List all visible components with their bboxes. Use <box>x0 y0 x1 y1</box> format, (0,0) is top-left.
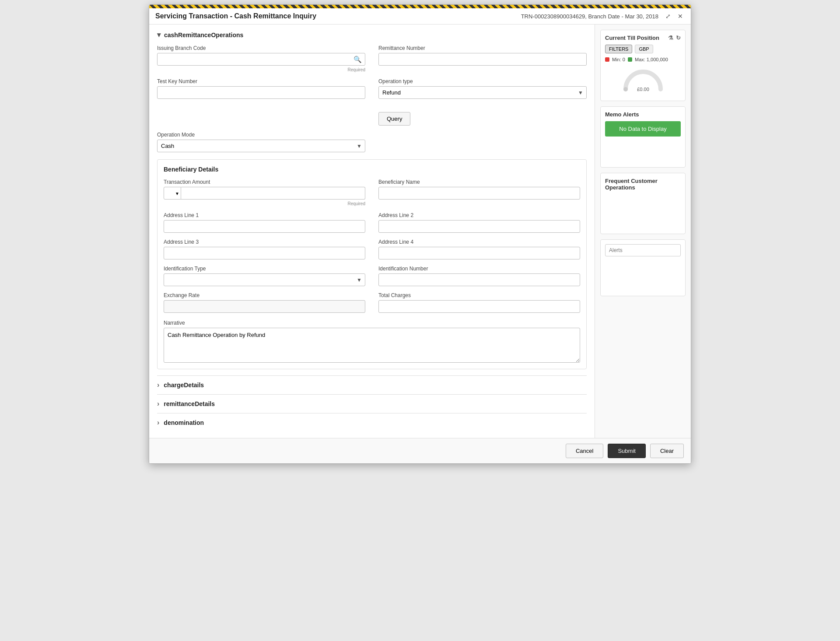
close-button[interactable]: ✕ <box>676 12 685 21</box>
remittance-details-section: › remittanceDetails <box>157 394 587 413</box>
address-line-3-group: Address Line 3 <box>164 239 365 259</box>
main-window: Servicing Transaction - Cash Remittance … <box>149 4 691 464</box>
refresh-icon[interactable]: ↻ <box>676 35 681 41</box>
beneficiary-section: Beneficiary Details Transaction Amount ▼ <box>157 159 587 369</box>
operation-mode-group: Operation Mode Cash Cheque Transfer ▼ <box>157 132 365 152</box>
max-label: Max: 1,000,000 <box>635 57 668 62</box>
resize-button[interactable]: ⤢ <box>664 12 672 21</box>
address-line-3-input[interactable] <box>164 247 365 259</box>
clear-button[interactable]: Clear <box>650 444 684 458</box>
issuing-branch-code-input[interactable] <box>157 53 365 66</box>
transaction-currency-select[interactable] <box>164 187 181 200</box>
exchange-rate-label: Exchange Rate <box>164 292 365 298</box>
operation-type-select[interactable]: Refund Issue Cancel <box>378 86 587 99</box>
top-form-grid: Issuing Branch Code 🔍 Required Remittanc… <box>157 45 587 152</box>
exchange-rate-input[interactable]: 1 <box>164 300 365 313</box>
transaction-amount-required: Required <box>164 201 365 206</box>
test-key-number-label: Test Key Number <box>157 78 365 84</box>
test-key-number-group: Test Key Number <box>157 78 365 126</box>
operation-type-label: Operation type <box>378 78 587 84</box>
memo-alerts-title-row: Memo Alerts <box>605 111 681 118</box>
operation-mode-select[interactable]: Cash Cheque Transfer <box>157 140 365 152</box>
filter-funnel-icon[interactable]: ⚗ <box>668 35 673 41</box>
beneficiary-name-group: Beneficiary Name <box>378 179 580 206</box>
denomination-header[interactable]: › denomination <box>157 419 587 427</box>
remittance-number-input[interactable] <box>378 53 587 66</box>
memo-alerts-body <box>605 137 681 163</box>
narrative-group: Narrative Cash Remittance Operation by R… <box>164 320 580 363</box>
charge-details-header[interactable]: › chargeDetails <box>157 381 587 389</box>
operation-type-group: Operation type Refund Issue Cancel ▼ <box>378 78 587 126</box>
address-line-4-group: Address Line 4 <box>378 239 580 259</box>
frequent-customer-widget: Frequent Customer Operations <box>600 173 686 234</box>
frequent-customer-content <box>605 194 681 229</box>
test-key-number-input[interactable] <box>157 86 365 99</box>
beneficiary-name-input[interactable] <box>378 187 580 200</box>
issuing-branch-required: Required <box>157 67 365 72</box>
alerts-widget <box>600 239 686 296</box>
address-line-2-group: Address Line 2 <box>378 212 580 233</box>
currency-button[interactable]: GBP <box>635 45 653 53</box>
beneficiary-name-label: Beneficiary Name <box>378 179 580 185</box>
identification-number-input[interactable] <box>378 273 580 286</box>
transaction-amount-input[interactable] <box>181 187 365 200</box>
remittance-details-chevron: › <box>157 400 159 408</box>
left-panel: ▾ cashRemittanceOperations Issuing Branc… <box>149 25 595 438</box>
title-bar-icons: ⤢ ✕ <box>664 12 685 21</box>
beneficiary-form-grid: Transaction Amount ▼ Required Benefici <box>164 179 580 313</box>
address-line-2-input[interactable] <box>378 220 580 233</box>
address-line-4-label: Address Line 4 <box>378 239 580 245</box>
address-line-4-input[interactable] <box>378 247 580 259</box>
identification-type-label: Identification Type <box>164 266 365 272</box>
alerts-input[interactable] <box>605 244 681 256</box>
cash-remittance-section-header[interactable]: ▾ cashRemittanceOperations <box>157 31 587 39</box>
denomination-section: › denomination <box>157 413 587 432</box>
filters-button[interactable]: FILTERS <box>605 45 632 53</box>
main-content: ▾ cashRemittanceOperations Issuing Branc… <box>149 25 691 438</box>
operation-mode-label: Operation Mode <box>157 132 365 138</box>
min-label: Min: 0 <box>612 57 625 62</box>
submit-button[interactable]: Submit <box>608 444 645 458</box>
transaction-amount-group: Transaction Amount ▼ Required <box>164 179 365 206</box>
address-line-1-input[interactable] <box>164 220 365 233</box>
memo-alerts-widget: Memo Alerts No Data to Display <box>600 106 686 168</box>
address-line-2-label: Address Line 2 <box>378 212 580 218</box>
total-charges-group: Total Charges <box>378 292 580 313</box>
footer: Cancel Submit Clear <box>149 438 691 463</box>
remittance-details-header[interactable]: › remittanceDetails <box>157 400 587 408</box>
remittance-number-label: Remittance Number <box>378 45 587 51</box>
right-panel: Current Till Position ⚗ ↻ FILTERS GBP Mi… <box>595 25 691 438</box>
section-title: cashRemittanceOperations <box>164 32 243 39</box>
identification-type-group: Identification Type ▼ <box>164 266 365 286</box>
current-till-icons: ⚗ ↻ <box>668 35 681 41</box>
identification-number-label: Identification Number <box>378 266 580 272</box>
transaction-ref: TRN-0002308900034629, Branch Date - Mar … <box>521 13 658 20</box>
beneficiary-title: Beneficiary Details <box>164 166 580 173</box>
max-dot <box>628 57 632 62</box>
remittance-details-label: remittanceDetails <box>164 400 215 407</box>
query-button[interactable]: Query <box>378 112 410 126</box>
denomination-chevron: › <box>157 419 159 427</box>
cancel-button[interactable]: Cancel <box>566 444 603 458</box>
remittance-number-group: Remittance Number <box>378 45 587 72</box>
narrative-label: Narrative <box>164 320 580 326</box>
gauge-container: £0.00 <box>605 66 681 96</box>
memo-alerts-title: Memo Alerts <box>605 111 639 118</box>
window-title: Servicing Transaction - Cash Remittance … <box>155 12 316 20</box>
gauge-svg: £0.00 <box>621 67 665 94</box>
filter-row: FILTERS GBP <box>605 45 681 53</box>
transaction-amount-label: Transaction Amount <box>164 179 365 185</box>
total-charges-input[interactable] <box>378 300 580 313</box>
frequent-customer-title: Frequent Customer Operations <box>605 178 681 191</box>
range-row: Min: 0 Max: 1,000,000 <box>605 57 681 62</box>
charge-details-chevron: › <box>157 381 159 389</box>
issuing-branch-code-group: Issuing Branch Code 🔍 Required <box>157 45 365 72</box>
narrative-textarea[interactable]: Cash Remittance Operation by Refund <box>164 328 580 363</box>
transaction-amount-row: ▼ <box>164 187 365 200</box>
title-bar-right: TRN-0002308900034629, Branch Date - Mar … <box>521 12 685 21</box>
total-charges-label: Total Charges <box>378 292 580 298</box>
charge-details-section: › chargeDetails <box>157 375 587 394</box>
identification-type-select[interactable] <box>164 273 365 286</box>
min-dot <box>605 57 609 62</box>
charge-details-label: chargeDetails <box>164 382 204 389</box>
